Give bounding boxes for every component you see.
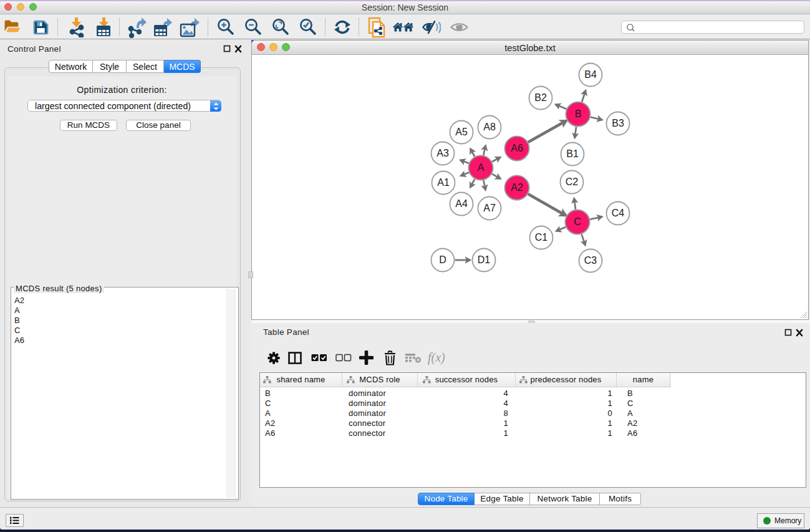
svg-text:B: B — [575, 109, 582, 119]
svg-text:A8: A8 — [483, 122, 496, 132]
svg-text:A5: A5 — [455, 127, 468, 137]
svg-text:B2: B2 — [534, 92, 547, 103]
svg-text:A6: A6 — [511, 143, 523, 153]
svg-text:A7: A7 — [483, 203, 496, 213]
svg-text:C4: C4 — [612, 208, 625, 218]
svg-text:A3: A3 — [436, 148, 449, 158]
svg-text:C1: C1 — [535, 232, 548, 243]
svg-text:A: A — [478, 162, 485, 173]
svg-text:C2: C2 — [566, 177, 579, 187]
svg-text:D1: D1 — [478, 254, 491, 265]
svg-text:D: D — [439, 254, 446, 265]
svg-text:A1: A1 — [437, 177, 450, 188]
svg-text:C: C — [574, 216, 581, 227]
svg-text:B3: B3 — [612, 118, 624, 128]
svg-text:C3: C3 — [584, 255, 597, 266]
svg-text:B1: B1 — [566, 148, 579, 159]
svg-text:B4: B4 — [584, 69, 597, 80]
svg-text:A2: A2 — [511, 182, 523, 193]
svg-text:A4: A4 — [455, 198, 468, 209]
